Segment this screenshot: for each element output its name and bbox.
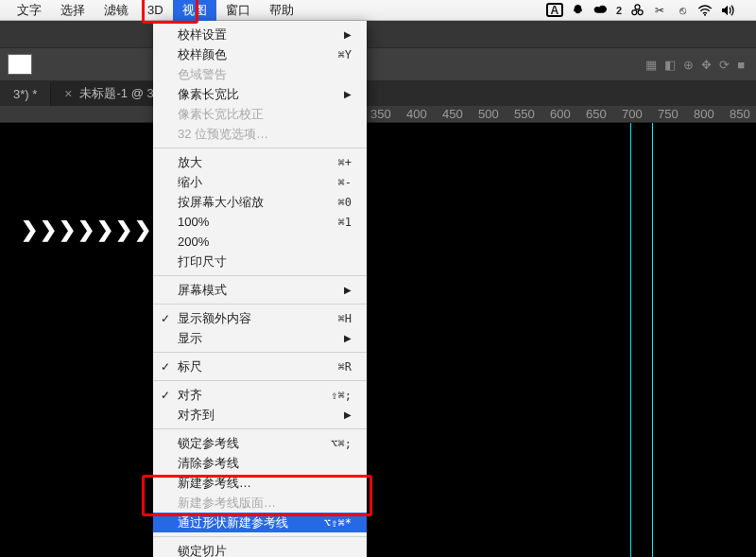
scissors-icon[interactable]: ✂ [652,3,667,18]
menu-lock-guides[interactable]: 锁定参考线⌥⌘; [153,433,367,453]
menu-window[interactable]: 窗口 [216,0,260,21]
canvas[interactable] [0,123,756,557]
menu-separator [153,275,367,276]
bluetooth-icon[interactable]: ⎋ [675,3,690,18]
menu-extras[interactable]: ✓显示额外内容⌘H [153,308,367,328]
menu-lock-slices[interactable]: 锁定切片 [153,541,367,557]
menu-guides-from-shape[interactable]: 通过形状新建参考线⌥⇧⌘* [153,513,367,532]
app-titlebar: o CC 2014 [0,21,756,47]
ruler-tick: 350 [370,107,391,121]
menu-text[interactable]: 文字 [8,0,51,21]
check-icon: ✓ [161,389,170,402]
ruler-tick: 650 [586,107,607,121]
menu-pixel-aspect-correction[interactable]: 像素长宽比校正 [153,104,367,124]
menu-print-size[interactable]: 打印尺寸 [153,252,367,271]
cc-icon[interactable] [593,3,609,18]
menu-snap-to[interactable]: 对齐到▶ [153,405,367,425]
menu-view[interactable]: 视图 [173,0,216,21]
submenu-arrow-icon: ▶ [344,409,352,420]
camera-icon[interactable]: ■ [737,58,745,72]
menu-32bit-preview[interactable]: 32 位预览选项… [153,124,367,144]
options-toolbar: ▦ ◧ ⊕ ✥ ⟳ ■ [0,47,756,81]
qq-icon[interactable] [571,3,586,18]
menu-snap[interactable]: ✓对齐⇧⌘; [153,385,367,405]
ruler-tick: 700 [622,107,643,121]
menu-clear-guides[interactable]: 清除参考线 [153,453,367,473]
menu-fit-screen[interactable]: 按屏幕大小缩放⌘0 [153,192,367,212]
menu-zoom-out[interactable]: 缩小⌘- [153,172,367,192]
document-tabs: 3*) * × 未标题-1 @ 300% [0,81,756,106]
menu-proof-setup[interactable]: 校样设置▶ [153,25,367,44]
menu-screen-mode[interactable]: 屏幕模式▶ [153,280,367,300]
tab-label: 3*) * [13,87,37,101]
menu-gamut-warning[interactable]: 色域警告 [153,64,367,84]
volume-icon[interactable] [720,3,735,18]
submenu-arrow-icon: ▶ [344,89,352,99]
menu-100[interactable]: 100%⌘1 [153,212,367,232]
menu-rulers[interactable]: ✓标尺⌘R [153,357,367,376]
view-menu-dropdown: 校样设置▶ 校样颜色⌘Y 色域警告 像素长宽比▶ 像素长宽比校正 32 位预览选… [153,21,367,557]
ruler-tick: 600 [550,107,571,121]
hand-icon[interactable]: ✥ [701,58,712,72]
check-icon: ✓ [161,312,170,325]
view-mode-icon[interactable]: ▦ [645,58,657,72]
system-tray: A 2 ✂ ⎋ [546,3,748,18]
menu-separator [153,304,367,305]
ruler-tick: 750 [658,107,679,121]
sync-icon[interactable] [629,3,644,18]
ruler-tick: 550 [514,107,535,121]
ruler-tick: 500 [478,107,499,121]
notification-count: 2 [616,5,622,16]
rotate-icon[interactable]: ⟳ [719,58,730,72]
submenu-arrow-icon: ▶ [344,333,352,343]
menu-new-guide[interactable]: 新建参考线… [153,473,367,493]
chevron-shape: ❯❯❯❯❯❯❯❯ [21,218,172,242]
menu-200[interactable]: 200% [153,232,367,252]
color-swatch[interactable] [8,54,32,75]
document-tab-0[interactable]: 3*) * [0,82,51,106]
menu-proof-colors[interactable]: 校样颜色⌘Y [153,44,367,64]
menu-pixel-aspect[interactable]: 像素长宽比▶ [153,84,367,104]
menu-select[interactable]: 选择 [51,0,94,21]
zoom-icon[interactable]: ⊕ [683,58,694,72]
adobe-icon[interactable]: A [546,3,563,17]
menu-separator [153,148,367,148]
ruler-tick: 450 [442,107,463,121]
menu-separator [153,428,367,429]
menu-show[interactable]: 显示▶ [153,328,367,348]
menu-zoom-in[interactable]: 放大⌘+ [153,152,367,172]
menu-3d[interactable]: 3D [138,1,173,19]
check-icon: ✓ [161,360,170,374]
ruler-horizontal[interactable]: 350 400 450 500 550 600 650 700 750 800 … [0,106,756,123]
battery-icon[interactable] [743,3,748,18]
menu-new-guide-layout[interactable]: 新建参考线版面… [153,493,367,513]
ruler-tick: 400 [406,107,427,121]
svg-point-0 [635,5,640,9]
ruler-tick: 800 [694,107,714,121]
svg-point-1 [631,10,636,15]
toolbar-right-icons: ▦ ◧ ⊕ ✥ ⟳ ■ [645,58,745,72]
system-menubar: 文字 选择 滤镜 3D 视图 窗口 帮助 A 2 ✂ ⎋ [0,0,756,21]
svg-point-3 [704,13,706,15]
ruler-tick: 850 [730,107,750,121]
menu-help[interactable]: 帮助 [260,0,303,21]
guide-line[interactable] [652,123,653,557]
close-icon[interactable]: × [64,86,72,101]
wifi-icon[interactable] [697,3,713,18]
menu-separator [153,352,367,353]
submenu-arrow-icon: ▶ [344,29,352,40]
submenu-arrow-icon: ▶ [344,285,352,295]
svg-point-2 [638,10,643,15]
arrange-icon[interactable]: ◧ [664,58,676,72]
guide-line[interactable] [630,123,631,557]
menu-separator [153,380,367,381]
menu-separator [153,536,367,537]
menu-filter[interactable]: 滤镜 [94,0,138,21]
